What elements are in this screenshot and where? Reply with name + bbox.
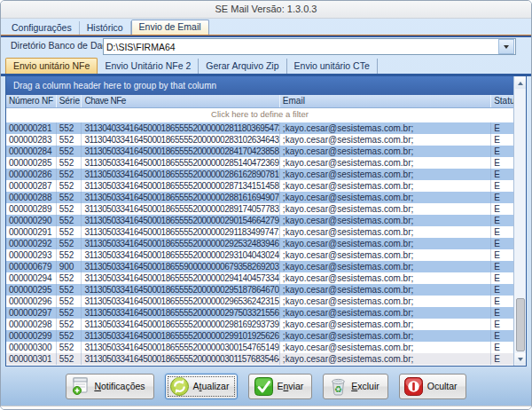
table-row[interactable]: 0000006799003113050334164500018655900000…: [6, 261, 513, 272]
chevron-up-icon: [518, 82, 523, 85]
subtab-gerar-arquivo-zip[interactable]: Gerar Arquivo Zip: [199, 59, 286, 74]
cell-chave-nfe: 3113050334164500018655552000000288161694…: [82, 192, 279, 203]
database-directory-row: Diretório Banco de Dados : D:\SIS\FIRMA6…: [1, 37, 531, 55]
title-bar[interactable]: SE Mail Versão: 1.3.0.3: [1, 1, 531, 19]
subtab-envio-unitario-nfe-2[interactable]: Envio Unitário NFe 2: [98, 59, 199, 74]
cell-chave-nfe: 3113050334164500018655552000000292532483…: [82, 238, 279, 249]
cell-email: ;kayo.cesar@sesistemas.com.br;: [280, 272, 491, 284]
subtab-envio-unitario-nfe[interactable]: Envio unitário NFe: [5, 58, 98, 74]
cell-chave-nfe: 3113050334164500018655552000000298169293…: [82, 319, 279, 330]
cell-chave-nfe: 3113050334164500018655552000000285140472…: [82, 157, 279, 169]
tab-configuracoes[interactable]: Configurações: [4, 21, 80, 35]
cell-status: E: [491, 319, 513, 330]
cell-email: ;kayo.cesar@sesistemas.com.br;: [280, 122, 491, 134]
cell-email: ;kayo.cesar@sesistemas.com.br;: [280, 342, 491, 353]
table-row[interactable]: 0000003015523113050334164500018655552000…: [6, 353, 513, 365]
tab-historico[interactable]: Histórico: [80, 21, 131, 35]
group-by-panel[interactable]: Drag a column header here to group by th…: [6, 76, 513, 95]
cell-numero-nf: 000000297: [6, 307, 57, 319]
table-row[interactable]: 0000002895523113050334164500018655552000…: [6, 203, 513, 215]
cell-numero-nf: 000000288: [6, 192, 57, 203]
cell-status: E: [491, 203, 513, 215]
subtab-envio-unitario-cte[interactable]: Envio unitário CTe: [287, 59, 378, 74]
column-header-serie[interactable]: Série: [57, 95, 82, 107]
column-header-email[interactable]: Email: [280, 95, 491, 107]
table-row[interactable]: 0000002875523113050334164500018655552000…: [6, 180, 513, 192]
recycle-bin-icon: ♻: [327, 375, 348, 397]
cell-serie: 552: [57, 272, 82, 284]
tab-envio-de-email[interactable]: Envio de Email: [131, 20, 209, 35]
cell-status: E: [491, 272, 513, 284]
cell-numero-nf: 000000285: [6, 157, 57, 169]
table-row[interactable]: 0000002965523113050334164500018655552000…: [6, 296, 513, 307]
cell-chave-nfe: 3113050334164500018655552000000297503321…: [82, 307, 279, 319]
atualizar-button[interactable]: Atualizar: [165, 374, 239, 399]
cell-numero-nf: 000000300: [6, 342, 57, 353]
table-row[interactable]: 0000002885523113050334164500018655552000…: [6, 192, 513, 203]
grid-vscrollbar[interactable]: [513, 76, 526, 366]
cell-chave-nfe: 3113040334164500018655552000000283102634…: [82, 134, 279, 146]
cell-chave-nfe: 3113050334164500018655552000000294140457…: [82, 272, 279, 284]
cell-serie: 552: [57, 353, 82, 365]
table-row[interactable]: 0000002925523113050334164500018655552000…: [6, 238, 513, 249]
table-row[interactable]: 0000003005523113050334164500018655552000…: [6, 342, 513, 353]
scroll-up-button[interactable]: [515, 77, 526, 89]
column-header-numero-nf[interactable]: Número NF: [6, 95, 57, 107]
cell-numero-nf: 000000294: [6, 272, 57, 284]
cell-email: ;kayo.cesar@sesistemas.com.br;: [280, 353, 491, 365]
check-icon: [253, 375, 274, 397]
cell-serie: 552: [57, 122, 82, 134]
table-row[interactable]: 0000002955523113050334164500018655552000…: [6, 284, 513, 296]
cell-email: ;kayo.cesar@sesistemas.com.br;: [280, 330, 491, 342]
table-row[interactable]: 0000002975523113050334164500018655552000…: [6, 307, 513, 319]
cell-status: E: [491, 261, 513, 272]
cell-serie: 552: [57, 296, 82, 307]
scrollbar-thumb[interactable]: [516, 298, 525, 351]
cell-status: E: [491, 180, 513, 192]
cell-chave-nfe: 3113050334164500018655552000000296536242…: [82, 296, 279, 307]
table-row[interactable]: 0000002865523113050334164500018655552000…: [6, 169, 513, 180]
table-row[interactable]: 0000002915523113050334164500018655552000…: [6, 226, 513, 238]
table-row[interactable]: 0000002855523113050334164500018655552000…: [6, 157, 513, 169]
cell-serie: 552: [57, 307, 82, 319]
excluir-button[interactable]: ♻Excluir: [323, 374, 388, 399]
cell-numero-nf: 000000679: [6, 261, 57, 272]
cell-status: E: [491, 146, 513, 157]
cell-email: ;kayo.cesar@sesistemas.com.br;: [280, 284, 491, 296]
cell-serie: 552: [57, 146, 82, 157]
column-header-status[interactable]: Status: [491, 95, 513, 107]
cell-serie: 552: [57, 169, 82, 180]
table-row[interactable]: 0000002985523113050334164500018655552000…: [6, 319, 513, 330]
notificacoes-button[interactable]: Notificações: [66, 374, 153, 399]
filter-row[interactable]: Click here to define a filter: [6, 108, 513, 121]
table-row[interactable]: 0000002845523113050334164500018655552000…: [6, 146, 513, 157]
cell-numero-nf: 000000299: [6, 330, 57, 342]
button-label: Ocultar: [427, 381, 458, 391]
cell-status: E: [491, 134, 513, 146]
screenshot-stage: SE Mail Versão: 1.3.0.3 ConfiguraçõesHis…: [0, 0, 532, 410]
cell-email: ;kayo.cesar@sesistemas.com.br;: [280, 157, 491, 169]
button-bar: NotificaçõesAtualizarEnviar♻ExcluirOcult…: [1, 367, 531, 406]
table-row[interactable]: 0000002995523113050334164500018655552000…: [6, 330, 513, 342]
table-row[interactable]: 0000002835523113040334164500018655552000…: [6, 134, 513, 146]
ocultar-button[interactable]: Ocultar: [399, 374, 466, 399]
cell-status: E: [491, 192, 513, 203]
cell-numero-nf: 000000301: [6, 353, 57, 365]
enviar-button[interactable]: Enviar: [248, 374, 312, 399]
chevron-down-icon: [518, 358, 523, 361]
main-tab-strip: ConfiguraçõesHistóricoEnvio de Email: [4, 21, 528, 35]
cell-chave-nfe: 3113050334164500018655552000000293104043…: [82, 249, 279, 261]
table-row[interactable]: 0000002945523113050334164500018655552000…: [6, 272, 513, 284]
cell-email: ;kayo.cesar@sesistemas.com.br;: [280, 238, 491, 249]
cell-serie: 552: [57, 330, 82, 342]
combobox-dropdown-button[interactable]: [498, 39, 514, 54]
column-header-chave-nfe[interactable]: Chave NFe: [82, 95, 279, 107]
scroll-down-button[interactable]: [515, 353, 526, 365]
database-directory-combobox[interactable]: D:\SIS\FIRMA64: [103, 38, 516, 55]
table-row[interactable]: 0000002905523113050334164500018655552000…: [6, 215, 513, 226]
table-row[interactable]: 0000002935523113050334164500018655552000…: [6, 249, 513, 261]
cell-status: E: [491, 169, 513, 180]
table-row[interactable]: 0000002815523113040334164500018655552000…: [6, 122, 513, 134]
group-by-hint: Drag a column header here to group by th…: [13, 81, 216, 91]
cell-status: E: [491, 330, 513, 342]
